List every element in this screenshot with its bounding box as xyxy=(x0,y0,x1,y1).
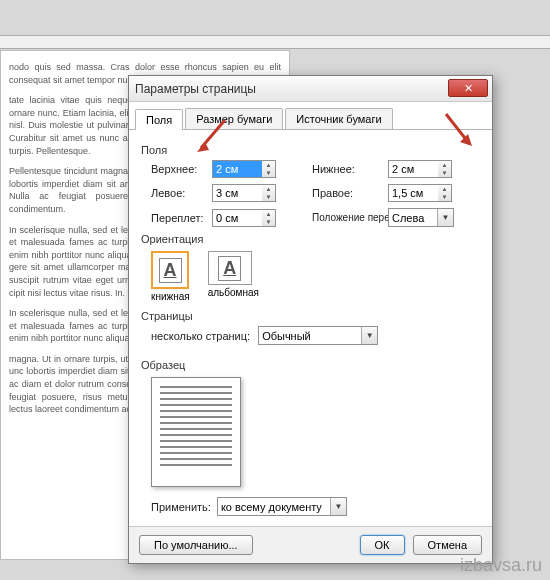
chevron-down-icon: ▼ xyxy=(330,498,346,515)
multi-pages-select[interactable]: Обычный ▼ xyxy=(258,326,378,345)
group-pages-label: Страницы xyxy=(141,310,480,322)
orientation-landscape[interactable]: A альбомная xyxy=(208,251,259,302)
tab-margins[interactable]: Поля xyxy=(135,109,183,130)
gutter-input[interactable] xyxy=(212,209,264,227)
dialog-titlebar[interactable]: Параметры страницы ✕ xyxy=(129,76,492,102)
portrait-label: книжная xyxy=(151,291,190,302)
top-margin-label: Верхнее: xyxy=(151,163,206,175)
tab-bar: Поля Размер бумаги Источник бумаги xyxy=(129,102,492,130)
multi-pages-value: Обычный xyxy=(262,330,311,342)
left-margin-label: Левое: xyxy=(151,187,206,199)
gutter-pos-label: Положение переплета: xyxy=(312,212,382,223)
cancel-button[interactable]: Отмена xyxy=(413,535,482,555)
spinner-icon[interactable]: ▲▼ xyxy=(438,184,452,202)
chevron-down-icon: ▼ xyxy=(437,209,453,226)
orientation-portrait[interactable]: A книжная xyxy=(151,251,190,302)
landscape-label: альбомная xyxy=(208,287,259,298)
gutter-pos-value: Слева xyxy=(392,212,424,224)
dialog-content: Поля Верхнее: ▲▼ Нижнее: ▲▼ Левое: ▲▼ Пр… xyxy=(129,130,492,526)
right-margin-input[interactable] xyxy=(388,184,440,202)
dialog-footer: По умолчанию... ОК Отмена xyxy=(129,526,492,563)
ok-button[interactable]: ОК xyxy=(360,535,405,555)
close-button[interactable]: ✕ xyxy=(448,79,488,97)
top-margin-input[interactable] xyxy=(212,160,264,178)
page-setup-dialog: Параметры страницы ✕ Поля Размер бумаги … xyxy=(128,75,493,564)
spinner-icon[interactable]: ▲▼ xyxy=(262,209,276,227)
watermark: izbavsa.ru xyxy=(460,555,542,576)
apply-label: Применить: xyxy=(151,501,211,513)
portrait-icon: A xyxy=(151,251,189,289)
group-orientation-label: Ориентация xyxy=(141,233,480,245)
bottom-margin-label: Нижнее: xyxy=(312,163,382,175)
close-icon: ✕ xyxy=(464,82,473,94)
tab-paper-source[interactable]: Источник бумаги xyxy=(285,108,392,129)
chevron-down-icon: ▼ xyxy=(361,327,377,344)
dialog-title: Параметры страницы xyxy=(135,82,256,96)
group-fields-label: Поля xyxy=(141,144,480,156)
bottom-margin-input[interactable] xyxy=(388,160,440,178)
apply-to-select[interactable]: ко всему документу ▼ xyxy=(217,497,347,516)
left-margin-input[interactable] xyxy=(212,184,264,202)
margins-grid: Верхнее: ▲▼ Нижнее: ▲▼ Левое: ▲▼ Правое:… xyxy=(151,160,480,227)
spinner-icon[interactable]: ▲▼ xyxy=(438,160,452,178)
gutter-label: Переплет: xyxy=(151,212,206,224)
spinner-icon[interactable]: ▲▼ xyxy=(262,184,276,202)
preview-thumbnail xyxy=(151,377,241,487)
right-margin-label: Правое: xyxy=(312,187,382,199)
spinner-icon[interactable]: ▲▼ xyxy=(262,160,276,178)
default-button[interactable]: По умолчанию... xyxy=(139,535,253,555)
group-preview-label: Образец xyxy=(141,359,480,371)
orientation-options: A книжная A альбомная xyxy=(151,251,480,302)
ruler-horizontal xyxy=(0,35,550,49)
multi-pages-label: несколько страниц: xyxy=(151,330,250,342)
landscape-icon: A xyxy=(208,251,252,285)
apply-to-value: ко всему документу xyxy=(221,501,322,513)
gutter-pos-select[interactable]: Слева ▼ xyxy=(388,208,454,227)
